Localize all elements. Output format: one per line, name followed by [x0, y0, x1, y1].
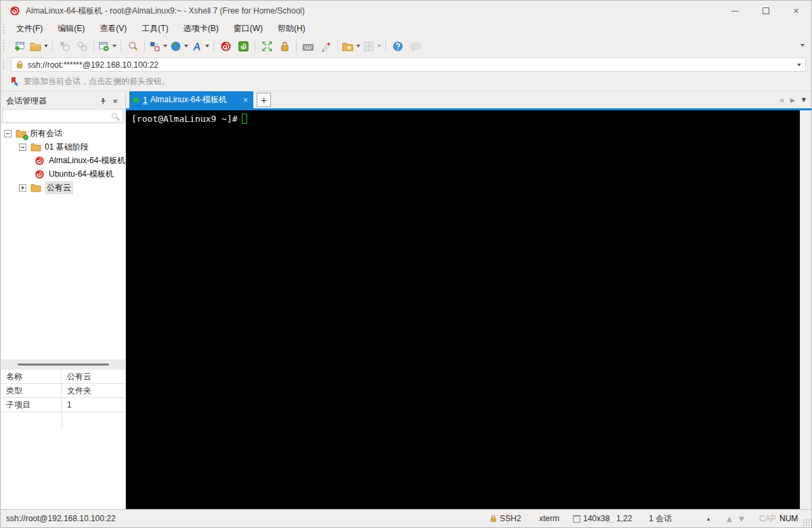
window-title: AlmaLinux-64-模板机 - root@AlmaLinux9:~ - X…	[26, 5, 305, 17]
status-cursor-position[interactable]: 1,22	[616, 514, 632, 523]
toolbar-grip[interactable]	[3, 40, 5, 52]
pin-button[interactable]	[97, 95, 109, 107]
addressbar-grip[interactable]	[3, 60, 5, 70]
session-search-input[interactable]	[3, 110, 112, 121]
menu-tools[interactable]: 工具(T)	[136, 21, 173, 37]
splitter-handle	[18, 364, 109, 366]
menubar-grip[interactable]	[3, 24, 5, 33]
tree-item-stage01[interactable]: 01 基础阶段	[19, 140, 89, 154]
tree-item-almalinux[interactable]: AlmaLinux-64-模板机	[35, 154, 125, 167]
open-session-button[interactable]	[28, 38, 49, 54]
tree-item-label: 公有云	[45, 181, 73, 194]
open-session-dropdown[interactable]	[44, 45, 48, 47]
session-properties-button[interactable]	[97, 38, 118, 54]
tree-item-public-cloud[interactable]: 公有云	[19, 181, 73, 194]
menu-view[interactable]: 查看(V)	[94, 21, 132, 37]
tab-close-icon[interactable]: ×	[242, 95, 249, 105]
menu-file[interactable]: 文件(F)	[11, 21, 48, 37]
folder-icon	[30, 183, 41, 192]
resize-icon	[573, 515, 580, 523]
terminal-cursor	[242, 114, 247, 124]
arrange-layout-dropdown[interactable]	[163, 45, 167, 47]
session-list-dropdown-icon[interactable]: ▴	[707, 516, 710, 522]
tab-list-dropdown-icon[interactable]: ▼	[802, 97, 806, 103]
tab-scroll-left-icon[interactable]: ◀	[779, 97, 784, 104]
font-dropdown[interactable]	[205, 45, 209, 47]
lock-screen-button[interactable]	[276, 38, 293, 54]
minimize-icon	[731, 11, 739, 12]
tab-number: 1	[143, 95, 148, 105]
address-input[interactable]: ssh://root:******@192.168.10.100:22	[11, 58, 806, 72]
help-button[interactable]	[389, 38, 406, 54]
collapse-icon[interactable]	[4, 130, 12, 137]
address-url: ssh://root:******@192.168.10.100:22	[28, 60, 796, 70]
terminal-scrollbar[interactable]	[800, 110, 811, 509]
xftp-button[interactable]	[234, 38, 252, 54]
panel-close-button[interactable]: ×	[109, 95, 121, 107]
minimize-button[interactable]	[720, 1, 750, 21]
web-browser-dropdown[interactable]	[184, 45, 188, 47]
toolbar-overflow-dropdown[interactable]	[800, 44, 805, 47]
tab-bar: 1 AlmaLinux-64-模板机 × + ◀ ▶ ▼	[126, 91, 811, 108]
new-folder-button[interactable]	[341, 38, 362, 54]
session-properties-dropdown[interactable]	[112, 45, 116, 47]
collapse-icon[interactable]	[19, 144, 26, 151]
menu-edit[interactable]: 编辑(E)	[52, 21, 90, 37]
tab-label: AlmaLinux-64-模板机	[150, 94, 227, 106]
menu-window[interactable]: 窗口(W)	[228, 21, 268, 37]
panel-splitter[interactable]	[1, 359, 125, 370]
table-row: 名称 公有云	[1, 370, 125, 384]
scroll-up-icon[interactable]: ▲	[727, 515, 732, 523]
xshell-button[interactable]	[217, 38, 234, 54]
close-icon: ×	[793, 5, 798, 16]
xshell-session-icon	[35, 169, 45, 179]
scroll-down-icon[interactable]: ▼	[739, 515, 744, 523]
expand-icon[interactable]	[19, 184, 26, 192]
status-session-count[interactable]: 1 会话	[649, 513, 672, 525]
tab-scroll-right-icon[interactable]: ▶	[790, 97, 795, 104]
menu-tab[interactable]: 选项卡(B)	[178, 21, 224, 37]
resize-grip[interactable]	[803, 519, 811, 527]
session-manager-header: 会话管理器 ×	[1, 93, 125, 108]
session-manager-panel: 会话管理器 ×	[1, 91, 126, 509]
status-terminal-size[interactable]: 140x38	[583, 514, 610, 523]
status-protocol[interactable]: SSH2	[500, 514, 521, 523]
reconnect-button[interactable]	[73, 38, 91, 54]
tree-item-ubuntu[interactable]: Ubuntu-64-模板机	[35, 167, 114, 181]
font-button[interactable]	[190, 38, 211, 54]
close-button[interactable]: ×	[781, 1, 811, 21]
property-value: 1	[62, 400, 125, 410]
menu-help[interactable]: 帮助(H)	[272, 21, 311, 37]
new-session-icon	[14, 41, 26, 52]
feedback-icon	[410, 41, 421, 52]
table-row: 类型 文件夹	[1, 384, 125, 398]
tab-almalinux[interactable]: 1 AlmaLinux-64-模板机 ×	[129, 91, 253, 108]
disconnect-button[interactable]	[56, 38, 73, 54]
tree-item-all-sessions[interactable]: 所有会话	[4, 127, 62, 140]
search-icon	[112, 113, 117, 118]
tile-windows-button[interactable]	[362, 38, 383, 54]
new-folder-dropdown[interactable]	[356, 45, 360, 47]
find-button[interactable]	[124, 38, 142, 54]
disconnect-icon	[59, 41, 70, 52]
web-browser-button[interactable]	[169, 38, 190, 54]
help-icon	[392, 41, 404, 52]
feedback-button[interactable]	[406, 38, 424, 54]
highlight-pen-button[interactable]	[317, 38, 335, 54]
session-search-box[interactable]	[2, 109, 123, 123]
property-label: 类型	[1, 384, 62, 397]
reconnect-icon	[77, 41, 88, 52]
terminal-screen[interactable]: [root@AlmaLinux9 ~]#	[126, 110, 800, 509]
new-session-button[interactable]	[11, 38, 28, 54]
new-folder-icon	[342, 41, 354, 51]
status-terminal-type[interactable]: xterm	[539, 514, 559, 523]
tile-windows-dropdown[interactable]	[377, 45, 381, 47]
virtual-keyboard-button[interactable]	[299, 38, 317, 54]
new-tab-button[interactable]: +	[257, 93, 271, 107]
address-dropdown[interactable]	[797, 64, 801, 66]
property-value: 文件夹	[62, 385, 125, 397]
arrange-layout-button[interactable]	[148, 38, 169, 54]
maximize-button[interactable]	[750, 1, 781, 21]
fullscreen-button[interactable]	[258, 38, 276, 54]
cursor-position-icon	[607, 515, 614, 523]
